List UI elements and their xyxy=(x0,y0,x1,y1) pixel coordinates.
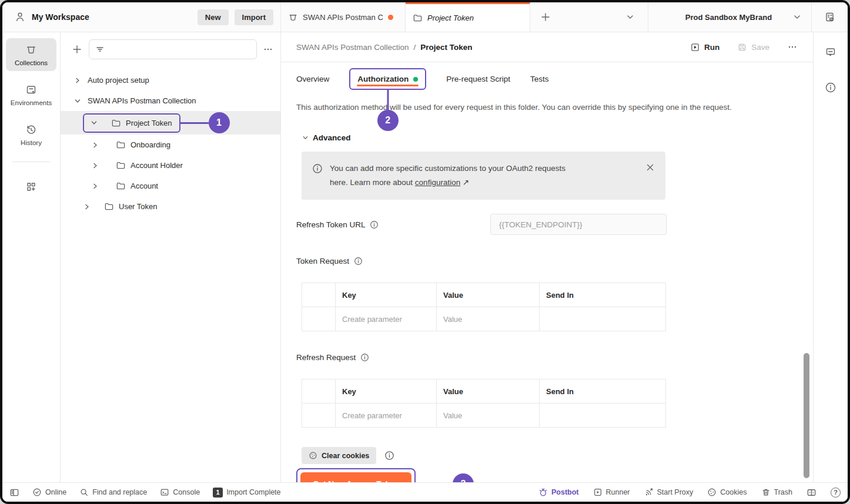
import-button[interactable]: Import xyxy=(235,9,273,25)
sidebar-item-history[interactable]: History xyxy=(6,118,56,151)
sendin-cell[interactable] xyxy=(540,307,666,331)
new-tab-button[interactable] xyxy=(530,2,561,32)
get-token-row: Get New Access Token 3 xyxy=(296,468,798,482)
info-icon[interactable] xyxy=(825,82,836,93)
key-cell-placeholder[interactable]: Create parameter xyxy=(336,404,437,428)
folder-icon xyxy=(111,118,121,128)
tree-item-project-token[interactable]: Project Token 1 xyxy=(61,111,280,135)
sidebar-item-environments[interactable]: Environments xyxy=(6,78,56,111)
breadcrumb-separator: / xyxy=(414,43,416,52)
tab-overview[interactable]: Overview xyxy=(296,75,329,83)
find-and-replace-button[interactable]: Find and replace xyxy=(79,488,147,497)
value-cell-placeholder[interactable]: Value xyxy=(437,404,540,428)
start-proxy-button[interactable]: Start Proxy xyxy=(644,488,694,497)
online-status[interactable]: Online xyxy=(32,488,66,497)
configuration-link[interactable]: configuration xyxy=(415,178,460,187)
tree-item-auto-project-setup[interactable]: Auto project setup xyxy=(61,70,280,90)
configure-sidebar-button[interactable] xyxy=(6,175,56,197)
tab-pre-request-script[interactable]: Pre-request Script xyxy=(446,75,510,83)
annotation-connector-2 xyxy=(387,89,389,111)
collection-tree: Auto project setup SWAN APIs Postman Col… xyxy=(61,70,280,217)
help-label: ? xyxy=(831,488,841,498)
info-icon[interactable] xyxy=(370,220,379,229)
vertical-scrollbar[interactable] xyxy=(804,353,809,478)
collections-search-input[interactable] xyxy=(109,45,250,54)
chevron-right-icon xyxy=(83,203,91,211)
clear-cookies-button[interactable]: Clear cookies xyxy=(302,447,376,464)
token-request-label: Token Request xyxy=(296,257,349,266)
key-column-header: Key xyxy=(336,379,437,404)
info-icon[interactable] xyxy=(360,353,369,362)
rail-divider xyxy=(12,162,50,162)
close-icon[interactable] xyxy=(645,162,655,172)
comments-icon[interactable] xyxy=(825,46,836,58)
chevron-down-icon xyxy=(302,134,309,142)
get-new-access-token-button[interactable]: Get New Access Token xyxy=(300,472,411,482)
user-icon[interactable] xyxy=(14,11,26,23)
request-tabs: Overview Authorization 2 Pre-request Scr… xyxy=(281,62,813,96)
tree-item-label: Account xyxy=(130,182,158,190)
table-header-row: Key Value Send In xyxy=(302,283,666,307)
add-collection-icon[interactable] xyxy=(71,43,83,55)
advanced-section-toggle[interactable]: Advanced xyxy=(302,133,798,142)
trash-label: Trash xyxy=(774,488,793,496)
header-actions: Run Save xyxy=(690,42,798,52)
folder-icon xyxy=(413,13,423,23)
online-label: Online xyxy=(45,488,66,496)
refresh-token-url-label-wrap: Refresh Token URL xyxy=(296,220,490,229)
help-button[interactable]: ? xyxy=(831,488,841,498)
tree-item-account-holder[interactable]: Account Holder xyxy=(61,155,280,176)
auth-description: This authorization method will be used f… xyxy=(296,103,798,112)
breadcrumb-parent[interactable]: SWAN APIs Postman Collection xyxy=(296,43,409,52)
tree-item-account[interactable]: Account xyxy=(61,176,280,196)
trash-button[interactable]: Trash xyxy=(761,488,793,497)
tree-item-label: User Token xyxy=(119,202,158,211)
refresh-token-url-input[interactable] xyxy=(490,214,667,235)
info-icon[interactable] xyxy=(384,451,394,461)
annotation-connector-1 xyxy=(180,122,209,124)
postbot-button[interactable]: Postbot xyxy=(538,488,579,497)
key-cell-placeholder[interactable]: Create parameter xyxy=(336,307,437,331)
sidebar-item-collections[interactable]: Collections xyxy=(6,38,56,71)
value-cell-placeholder[interactable]: Value xyxy=(437,307,540,331)
tab-label: SWAN APIs Postman C xyxy=(303,13,383,22)
more-options-icon[interactable] xyxy=(787,42,798,52)
runner-button[interactable]: Runner xyxy=(593,488,630,497)
import-complete-status[interactable]: 1 Import Complete xyxy=(213,488,280,498)
tab-swan-collection[interactable]: SWAN APIs Postman C xyxy=(281,2,406,32)
environment-quick-look-button[interactable] xyxy=(811,2,848,32)
info-icon[interactable] xyxy=(354,257,363,266)
folder-icon xyxy=(104,201,114,211)
environment-name: Prod Sandbox MyBrand xyxy=(665,13,792,22)
active-tab-underline xyxy=(357,85,419,86)
annotation-box-2[interactable]: Authorization 2 xyxy=(349,68,426,90)
run-button[interactable]: Run xyxy=(690,42,720,52)
sidebar-toggle-button[interactable] xyxy=(9,488,19,498)
grid-add-icon xyxy=(25,181,37,193)
breadcrumb-current: Project Token xyxy=(420,43,472,52)
folder-icon xyxy=(116,160,126,170)
tab-options-chevron-icon[interactable] xyxy=(613,2,648,32)
new-button[interactable]: New xyxy=(198,9,229,25)
collections-search-box[interactable] xyxy=(89,39,257,59)
tab-project-token[interactable]: Project Token xyxy=(406,2,530,32)
start-proxy-label: Start Proxy xyxy=(657,488,694,496)
tree-item-swan-collection[interactable]: SWAN APIs Postman Collection xyxy=(61,90,280,111)
chevron-right-icon xyxy=(73,76,82,85)
sendin-cell[interactable] xyxy=(540,404,666,428)
tree-item-onboarding[interactable]: Onboarding xyxy=(61,135,280,155)
tab-authorization[interactable]: Authorization xyxy=(357,75,409,83)
request-header: SWAN APIs Postman Collection / Project T… xyxy=(281,32,813,62)
value-column-header: Value xyxy=(437,283,540,307)
tree-item-user-token[interactable]: User Token xyxy=(61,196,280,217)
main-panel: SWAN APIs Postman Collection / Project T… xyxy=(281,32,813,482)
two-pane-toggle-button[interactable] xyxy=(807,488,816,498)
more-options-icon[interactable] xyxy=(263,44,273,55)
environment-selector[interactable]: Prod Sandbox MyBrand xyxy=(648,2,811,32)
console-button[interactable]: Console xyxy=(160,488,200,497)
tab-tests[interactable]: Tests xyxy=(530,75,549,83)
workspace-title[interactable]: My Workspace xyxy=(32,12,89,22)
save-button[interactable]: Save xyxy=(737,42,769,52)
info-icon xyxy=(312,162,323,174)
cookies-button[interactable]: Cookies xyxy=(707,488,747,497)
